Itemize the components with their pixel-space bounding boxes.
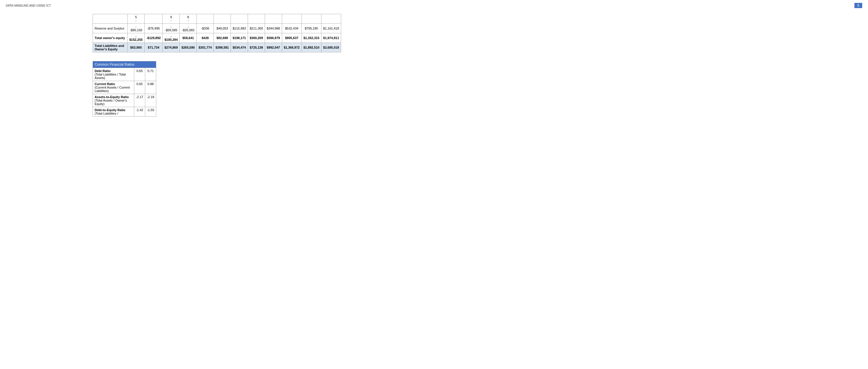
reserve-surplus-row: Reserve and Surplus --$90,150 -$76,995 -… (93, 24, 341, 33)
financial-table: 5- 9- 8- Reserve and Surplus --$90,150 -… (93, 14, 341, 52)
rs-val-10: $532,434 (282, 24, 302, 33)
col-header-label (93, 14, 128, 24)
te-val-6: $82,689 (214, 33, 231, 43)
total-liabilities-row: Total Liabilities and Owner's Equity $63… (93, 43, 341, 52)
tl-val-3: $274,869 (163, 43, 180, 52)
te-val-9: $586,979 (265, 33, 282, 43)
tl-val-9: $992,047 (265, 43, 282, 52)
tl-val-2: $71,734 (144, 43, 163, 52)
te-val-8: $360,209 (248, 33, 265, 43)
te-val-4: $58,641 (180, 33, 197, 43)
rs-val-7: $115,983 (231, 24, 248, 33)
rs-val-5: -$336 (197, 24, 214, 33)
current-ratio-col2: 0.88 (145, 81, 156, 94)
rs-val-11: $795,185 (302, 24, 321, 33)
debt-equity-col2: -1.55 (145, 107, 156, 117)
te-val-10: $905,637 (282, 33, 302, 43)
te-val-3: -$100,294 (163, 33, 180, 43)
col-header-3: 9- (163, 14, 180, 24)
debt-ratio-label: Debt Ratio (Total Liabilities / Total As… (93, 68, 134, 81)
rs-val-6: $48,053 (214, 24, 231, 33)
rs-val-2: -$76,995 (144, 24, 163, 33)
debt-equity-col1: -1.42 (134, 107, 145, 117)
tl-val-1: $63,900 (128, 43, 145, 52)
debt-ratio-row: Debt Ratio (Total Liabilities / Total As… (93, 68, 156, 81)
debt-equity-desc: (Total Liabilities / (95, 112, 118, 115)
te-val-1: -$152,255 (128, 33, 145, 43)
total-liabilities-label: Total Liabilities and Owner's Equity (93, 43, 128, 52)
rs-val-1: --$90,150 (128, 24, 145, 33)
tl-val-10: $1,366,972 (282, 43, 302, 52)
col-header-9 (265, 14, 282, 24)
debt-ratio-col1: 0.65 (134, 68, 145, 81)
reserve-surplus-label: Reserve and Surplus (93, 24, 128, 33)
col-header-1: 5- (128, 14, 145, 24)
assets-equity-name: Assets-to-Equity Ratio (95, 95, 129, 99)
assets-equity-label: Assets-to-Equity Ratio (Total Assets / O… (93, 94, 134, 107)
page-title: DATA HANDLING AND USING ICT (6, 4, 51, 7)
te-val-7: $198,171 (231, 33, 248, 43)
rs-val-12: $1,161,418 (321, 24, 341, 33)
col-header-10 (282, 14, 302, 24)
rs-val-9: $344,988 (265, 24, 282, 33)
debt-equity-label: Debt-to-Equity Ratio (Total Liabilities … (93, 107, 134, 117)
col-header-6 (214, 14, 231, 24)
tl-val-12: $2,685,018 (321, 43, 341, 52)
debt-ratio-desc: (Total Liabilities / Total Assets) (95, 73, 126, 80)
current-ratio-label: Current Ratio (Current Assets / Current … (93, 81, 134, 94)
debt-ratio-name: Debt Ratio (95, 69, 111, 73)
col-header-5 (197, 14, 214, 24)
te-val-5: $428 (197, 33, 214, 43)
rs-val-8: $211,300 (248, 24, 265, 33)
te-val-11: $1,352,315 (302, 33, 321, 43)
page-number: 6 (855, 3, 862, 8)
rs-val-3: --$59,585 (163, 24, 180, 33)
current-ratio-row: Current Ratio (Current Assets / Current … (93, 81, 156, 94)
assets-equity-ratio-row: Assets-to-Equity Ratio (Total Assets / O… (93, 94, 156, 107)
tl-val-4: $265,590 (180, 43, 197, 52)
te-val-12: $1,974,911 (321, 33, 341, 43)
debt-equity-ratio-row: Debt-to-Equity Ratio (Total Liabilities … (93, 107, 156, 117)
col-header-2 (144, 14, 163, 24)
ratios-header: Common Financial Ratios (93, 61, 156, 68)
col-header-11 (302, 14, 321, 24)
current-ratio-name: Current Ratio (95, 82, 115, 86)
assets-equity-col2: -2.18 (145, 94, 156, 107)
te-val-2: -$129,892 (144, 33, 163, 43)
debt-equity-name: Debt-to-Equity Ratio (95, 108, 125, 112)
total-owners-equity-row: Total owner's equity -$152,255 -$129,892… (93, 33, 341, 43)
tl-val-8: $725,138 (248, 43, 265, 52)
col-header-12 (321, 14, 341, 24)
col-header-8 (248, 14, 265, 24)
tl-val-6: $398,581 (214, 43, 231, 52)
tl-val-7: $534,474 (231, 43, 248, 52)
page-header: DATA HANDLING AND USING ICT 6 (0, 0, 868, 11)
current-ratio-col1: 0.65 (134, 81, 145, 94)
col-header-row: 5- 9- 8- (93, 14, 341, 24)
total-equity-label: Total owner's equity (93, 33, 128, 43)
rs-val-4: --$35,083 (180, 24, 197, 33)
main-content: 5- 9- 8- Reserve and Surplus --$90,150 -… (87, 11, 868, 122)
tl-val-5: $301,774 (197, 43, 214, 52)
current-ratio-desc: (Current Assets / Current Liabilities) (95, 86, 130, 93)
assets-equity-desc: (Total Assets / Owner's Equity) (95, 99, 127, 105)
tl-val-11: $1,892,510 (302, 43, 321, 52)
ratios-header-row: Common Financial Ratios (93, 61, 156, 68)
col-header-7 (231, 14, 248, 24)
ratios-table: Common Financial Ratios Debt Ratio (Tota… (93, 61, 156, 117)
assets-equity-col1: -2.17 (134, 94, 145, 107)
debt-ratio-col2: 0.71 (145, 68, 156, 81)
col-header-4: 8- (180, 14, 197, 24)
